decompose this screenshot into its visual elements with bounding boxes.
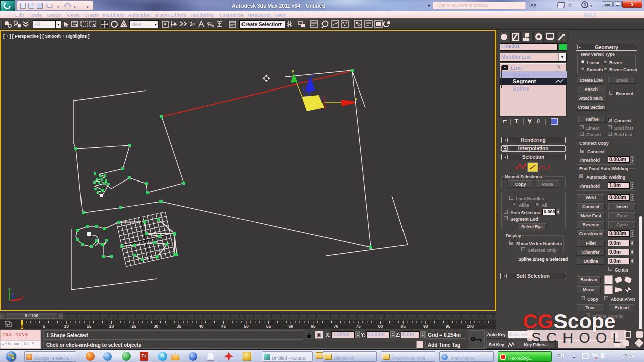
svg-text:85: 85 [400,324,406,329]
svg-text:20: 20 [109,324,114,329]
svg-text:15: 15 [87,324,92,329]
svg-text:25: 25 [131,324,136,329]
svg-text:z: z [12,292,14,296]
svg-text:75: 75 [356,324,361,329]
svg-text:0: 0 [21,324,23,329]
svg-text:80: 80 [378,324,383,329]
svg-text:x: x [21,294,24,299]
svg-text:50: 50 [244,324,249,329]
svg-text:95: 95 [446,324,451,329]
svg-text:70: 70 [334,324,339,329]
svg-text:65: 65 [311,324,316,329]
svg-text:y: y [292,69,294,73]
svg-text:10: 10 [64,324,69,329]
svg-text:40: 40 [199,324,204,329]
svg-text:%n: %n [207,22,214,27]
svg-text:60: 60 [288,324,293,329]
svg-text:55: 55 [266,324,271,329]
svg-text:5: 5 [43,324,45,329]
svg-text:y: y [8,287,11,291]
svg-text:3n: 3n [190,22,195,27]
svg-text:90: 90 [423,324,428,329]
svg-text:30: 30 [154,324,159,329]
svg-text:x: x [355,96,357,101]
svg-text:35: 35 [176,324,181,329]
svg-text:45: 45 [221,324,226,329]
svg-text:100: 100 [467,324,474,329]
svg-text:z: z [312,73,314,77]
